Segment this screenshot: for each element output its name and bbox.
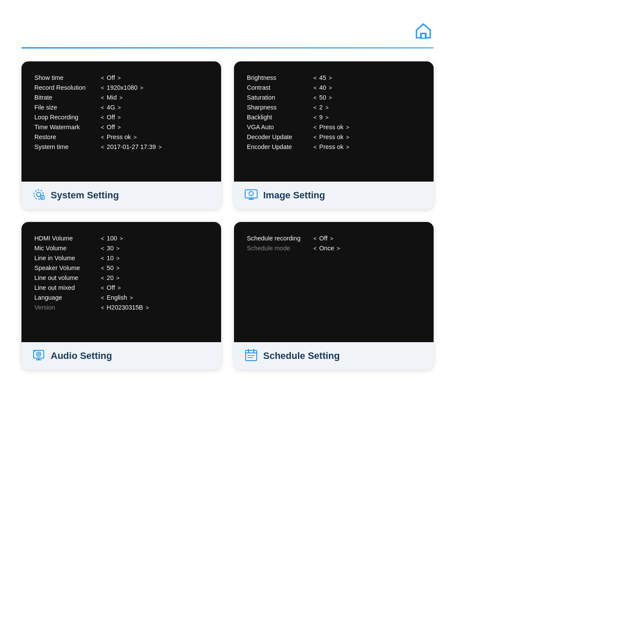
arrow-right-icon: > bbox=[118, 124, 121, 131]
svg-point-6 bbox=[249, 191, 253, 196]
svg-rect-5 bbox=[245, 190, 257, 198]
arrow-right-icon: > bbox=[325, 114, 329, 121]
audio-setting-screen: HDMI Volume<100>Mic Volume<30>Line in Vo… bbox=[21, 222, 221, 342]
home-icon[interactable] bbox=[413, 21, 434, 43]
schedule-setting-footer-label: Schedule Setting bbox=[263, 350, 340, 361]
setting-label: Loop Recording bbox=[34, 114, 101, 121]
arrow-left-icon: < bbox=[313, 75, 317, 81]
setting-label: HDMI Volume bbox=[34, 235, 101, 242]
arrow-left-icon: < bbox=[101, 134, 104, 140]
setting-label: Backlight bbox=[247, 114, 313, 121]
arrow-left-icon: < bbox=[101, 124, 104, 131]
setting-label: Decoder Update bbox=[247, 134, 313, 140]
setting-label: Bitrate bbox=[34, 94, 101, 101]
setting-row: Show time<Off> bbox=[34, 74, 208, 81]
arrow-left-icon: < bbox=[101, 235, 104, 242]
setting-label: Sharpness bbox=[247, 104, 313, 111]
system-setting-footer: System Setting bbox=[21, 182, 221, 209]
arrow-right-icon: > bbox=[119, 94, 123, 101]
setting-row: Brightness<45> bbox=[247, 74, 421, 81]
arrow-right-icon: > bbox=[329, 85, 332, 91]
arrow-left-icon: < bbox=[313, 235, 317, 242]
setting-value: 9 bbox=[319, 114, 323, 121]
schedule-setting-footer: Schedule Setting bbox=[234, 342, 434, 370]
setting-row: Backlight<9> bbox=[247, 114, 421, 121]
arrow-right-icon: > bbox=[118, 104, 121, 111]
setting-label: System time bbox=[34, 143, 101, 150]
setting-row: Time Watermark<Off> bbox=[34, 124, 208, 131]
arrow-right-icon: > bbox=[158, 144, 162, 150]
setting-label: File size bbox=[34, 104, 101, 111]
setting-value: 100 bbox=[107, 235, 117, 242]
arrow-right-icon: > bbox=[116, 265, 120, 271]
arrow-right-icon: > bbox=[346, 144, 349, 150]
arrow-left-icon: < bbox=[101, 85, 104, 91]
setting-label: Schedule mode bbox=[247, 245, 313, 252]
setting-value: Mid bbox=[107, 94, 117, 101]
setting-label: Version bbox=[34, 304, 101, 311]
image-icon bbox=[244, 188, 258, 203]
arrow-right-icon: > bbox=[337, 245, 340, 252]
setting-value: English bbox=[107, 294, 128, 301]
setting-row: HDMI Volume<100> bbox=[34, 235, 208, 242]
setting-value: 10 bbox=[107, 255, 114, 261]
setting-row: Speaker Volume<50> bbox=[34, 264, 208, 271]
setting-row: Encoder Update<Press ok> bbox=[247, 143, 421, 150]
card-schedule-setting: Schedule recording<Off>Schedule mode<Onc… bbox=[234, 222, 434, 370]
audio-setting-footer: Audio Setting bbox=[21, 342, 221, 370]
setting-label: Mic Volume bbox=[34, 245, 101, 252]
arrow-left-icon: < bbox=[101, 295, 104, 301]
arrow-left-icon: < bbox=[313, 124, 317, 131]
setting-value: 1920x1080 bbox=[107, 84, 138, 91]
arrow-right-icon: > bbox=[118, 285, 121, 291]
setting-value: Off bbox=[107, 74, 115, 81]
system-icon bbox=[32, 188, 46, 203]
arrow-left-icon: < bbox=[101, 75, 104, 81]
setting-label: Brightness bbox=[247, 74, 313, 81]
setting-label: Speaker Volume bbox=[34, 264, 101, 271]
svg-point-12 bbox=[34, 351, 36, 352]
setting-row: VGA Auto<Press ok> bbox=[247, 124, 421, 131]
arrow-right-icon: > bbox=[118, 114, 121, 121]
setting-value: 50 bbox=[107, 264, 114, 271]
svg-point-2 bbox=[34, 190, 43, 199]
arrow-left-icon: < bbox=[101, 245, 104, 252]
arrow-right-icon: > bbox=[118, 75, 121, 81]
setting-value: 45 bbox=[319, 74, 326, 81]
setting-value: Off bbox=[107, 124, 115, 131]
setting-row: Version<H20230315B> bbox=[34, 304, 208, 311]
arrow-left-icon: < bbox=[101, 94, 104, 101]
setting-row: Line out volume<20> bbox=[34, 274, 208, 281]
image-setting-footer-label: Image Setting bbox=[263, 190, 325, 201]
setting-label: Schedule recording bbox=[247, 235, 313, 242]
image-setting-footer: Image Setting bbox=[234, 182, 434, 209]
system-setting-footer-label: System Setting bbox=[51, 190, 119, 201]
setting-value: 50 bbox=[319, 94, 326, 101]
arrow-left-icon: < bbox=[101, 275, 104, 281]
setting-label: Record Resolution bbox=[34, 84, 101, 91]
arrow-left-icon: < bbox=[101, 114, 104, 121]
setting-value: 40 bbox=[319, 84, 326, 91]
settings-grid: Show time<Off>Record Resolution<1920x108… bbox=[21, 61, 434, 370]
card-audio-setting: HDMI Volume<100>Mic Volume<30>Line in Vo… bbox=[21, 222, 221, 370]
svg-point-10 bbox=[36, 352, 41, 356]
setting-label: Line out mixed bbox=[34, 284, 101, 291]
setting-label: Saturation bbox=[247, 94, 313, 101]
arrow-right-icon: > bbox=[330, 235, 334, 242]
arrow-right-icon: > bbox=[329, 94, 332, 101]
arrow-left-icon: < bbox=[313, 104, 317, 111]
arrow-right-icon: > bbox=[325, 104, 329, 111]
arrow-right-icon: > bbox=[146, 304, 149, 311]
setting-label: Restore bbox=[34, 134, 101, 140]
card-image-setting: Brightness<45>Contrast<40>Saturation<50>… bbox=[234, 61, 434, 209]
setting-value: Off bbox=[319, 235, 328, 242]
setting-value: Press ok bbox=[107, 134, 131, 140]
setting-label: Show time bbox=[34, 74, 101, 81]
system-setting-screen: Show time<Off>Record Resolution<1920x108… bbox=[21, 61, 221, 182]
setting-value: 4G bbox=[107, 104, 115, 111]
arrow-left-icon: < bbox=[313, 134, 317, 140]
arrow-right-icon: > bbox=[329, 75, 332, 81]
setting-value: Press ok bbox=[319, 143, 343, 150]
arrow-left-icon: < bbox=[101, 144, 104, 150]
setting-row: Restore<Press ok> bbox=[34, 134, 208, 140]
